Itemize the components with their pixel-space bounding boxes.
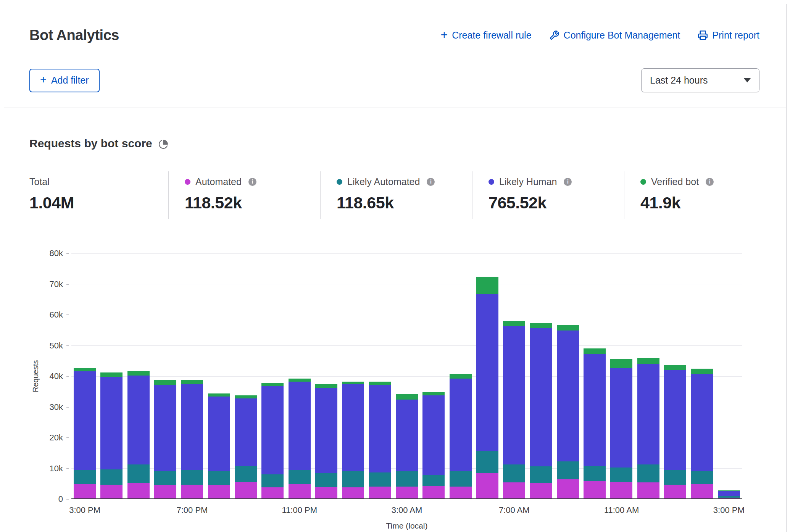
bar-segment-automated[interactable]	[476, 473, 498, 498]
stacked-bar[interactable]	[718, 490, 740, 498]
bar-segment-likely-automated[interactable]	[369, 472, 391, 487]
create-firewall-rule-link[interactable]: Create firewall rule	[440, 30, 531, 41]
bar-segment-verified-bot[interactable]	[584, 348, 606, 354]
bar-segment-likely-automated[interactable]	[127, 464, 150, 483]
stacked-bar[interactable]	[584, 348, 606, 498]
stacked-bar[interactable]	[610, 359, 632, 498]
bar-segment-automated[interactable]	[154, 485, 176, 498]
stat-automated[interactable]: Automated 118.52k	[168, 171, 320, 219]
bar-segment-likely-human[interactable]	[289, 382, 311, 470]
bar-segment-likely-human[interactable]	[691, 374, 713, 471]
bar-segment-likely-automated[interactable]	[584, 466, 606, 481]
bar-segment-likely-human[interactable]	[476, 294, 498, 451]
bar-segment-automated[interactable]	[422, 486, 445, 498]
bar-segment-automated[interactable]	[691, 484, 713, 498]
bar-segment-verified-bot[interactable]	[127, 371, 150, 376]
bar-segment-verified-bot[interactable]	[315, 384, 337, 388]
stacked-bar[interactable]	[476, 277, 498, 498]
bar-segment-likely-human[interactable]	[261, 386, 284, 474]
stat-verified-bot[interactable]: Verified bot 41.9k	[624, 171, 776, 219]
bar-segment-automated[interactable]	[208, 485, 230, 498]
bar-segment-automated[interactable]	[289, 484, 311, 498]
info-icon[interactable]	[248, 178, 256, 186]
bar-segment-likely-human[interactable]	[74, 371, 96, 470]
bar-segment-verified-bot[interactable]	[396, 394, 418, 399]
bar-segment-verified-bot[interactable]	[235, 395, 257, 398]
stacked-bar[interactable]	[396, 394, 418, 498]
bar-segment-automated[interactable]	[261, 487, 284, 498]
time-range-select[interactable]: Last 24 hours	[641, 68, 759, 92]
stacked-bar[interactable]	[691, 369, 713, 498]
bar-segment-automated[interactable]	[610, 482, 632, 498]
info-icon[interactable]	[427, 178, 435, 186]
bar-segment-likely-automated[interactable]	[261, 474, 284, 487]
bar-segment-verified-bot[interactable]	[637, 358, 659, 364]
bar-segment-likely-automated[interactable]	[691, 471, 713, 484]
bar-segment-likely-human[interactable]	[208, 397, 230, 471]
bar-segment-likely-automated[interactable]	[154, 471, 176, 485]
stacked-bar[interactable]	[181, 380, 203, 498]
bar-segment-automated[interactable]	[530, 483, 552, 498]
stacked-bar[interactable]	[664, 365, 686, 498]
stacked-bar[interactable]	[422, 392, 445, 498]
bar-segment-likely-human[interactable]	[530, 328, 552, 466]
bar-segment-likely-human[interactable]	[718, 491, 740, 496]
bar-segment-verified-bot[interactable]	[476, 277, 498, 294]
bar-segment-likely-automated[interactable]	[422, 475, 445, 486]
bar-segment-verified-bot[interactable]	[691, 369, 713, 374]
bar-segment-likely-automated[interactable]	[235, 466, 257, 482]
bar-segment-automated[interactable]	[450, 487, 472, 498]
bar-segment-automated[interactable]	[718, 498, 740, 498]
stat-likely-automated[interactable]: Likely Automated 118.65k	[320, 171, 472, 219]
bar-segment-automated[interactable]	[315, 487, 337, 498]
bar-segment-verified-bot[interactable]	[610, 359, 632, 368]
stacked-bar[interactable]	[235, 395, 257, 498]
bar-segment-likely-automated[interactable]	[557, 461, 579, 479]
stacked-bar[interactable]	[154, 380, 176, 498]
bar-segment-likely-human[interactable]	[342, 384, 364, 471]
bar-segment-verified-bot[interactable]	[422, 392, 445, 396]
bar-segment-likely-automated[interactable]	[289, 470, 311, 484]
stacked-bar[interactable]	[100, 372, 123, 498]
stacked-bar[interactable]	[261, 383, 284, 498]
bar-segment-verified-bot[interactable]	[208, 393, 230, 397]
bar-segment-likely-automated[interactable]	[315, 473, 337, 487]
stacked-bar[interactable]	[289, 379, 311, 498]
stacked-bar[interactable]	[450, 374, 472, 498]
bar-segment-likely-human[interactable]	[315, 388, 337, 473]
bar-segment-likely-automated[interactable]	[530, 466, 552, 483]
bar-segment-likely-human[interactable]	[422, 395, 445, 475]
add-filter-button[interactable]: Add filter	[29, 69, 100, 92]
bar-segment-verified-bot[interactable]	[369, 382, 391, 385]
bar-segment-likely-human[interactable]	[127, 376, 150, 464]
stacked-bar[interactable]	[74, 368, 96, 498]
bar-segment-likely-automated[interactable]	[637, 464, 659, 482]
stacked-bar[interactable]	[557, 325, 579, 498]
bar-segment-automated[interactable]	[342, 487, 364, 498]
bar-segment-verified-bot[interactable]	[664, 365, 686, 370]
bar-segment-automated[interactable]	[503, 482, 525, 498]
bar-segment-likely-automated[interactable]	[396, 471, 418, 487]
bar-segment-verified-bot[interactable]	[503, 321, 525, 326]
stacked-bar[interactable]	[369, 382, 391, 498]
bar-segment-likely-automated[interactable]	[476, 451, 498, 473]
bar-segment-automated[interactable]	[637, 482, 659, 498]
bar-segment-likely-human[interactable]	[181, 384, 203, 470]
stacked-bar[interactable]	[342, 382, 364, 498]
info-icon[interactable]	[706, 178, 714, 186]
stacked-bar[interactable]	[208, 393, 230, 498]
bar-segment-verified-bot[interactable]	[289, 379, 311, 382]
stacked-bar[interactable]	[637, 358, 659, 498]
bar-segment-verified-bot[interactable]	[557, 325, 579, 330]
bar-segment-verified-bot[interactable]	[181, 380, 203, 384]
bar-segment-likely-human[interactable]	[557, 330, 579, 461]
bar-segment-likely-human[interactable]	[396, 400, 418, 471]
bar-segment-likely-human[interactable]	[100, 377, 123, 469]
bar-segment-likely-automated[interactable]	[100, 469, 123, 485]
bar-segment-likely-human[interactable]	[664, 370, 686, 470]
bar-segment-automated[interactable]	[100, 485, 123, 498]
bar-segment-automated[interactable]	[584, 481, 606, 498]
bar-segment-likely-automated[interactable]	[503, 464, 525, 482]
bar-segment-verified-bot[interactable]	[100, 372, 123, 377]
bar-segment-verified-bot[interactable]	[74, 368, 96, 371]
